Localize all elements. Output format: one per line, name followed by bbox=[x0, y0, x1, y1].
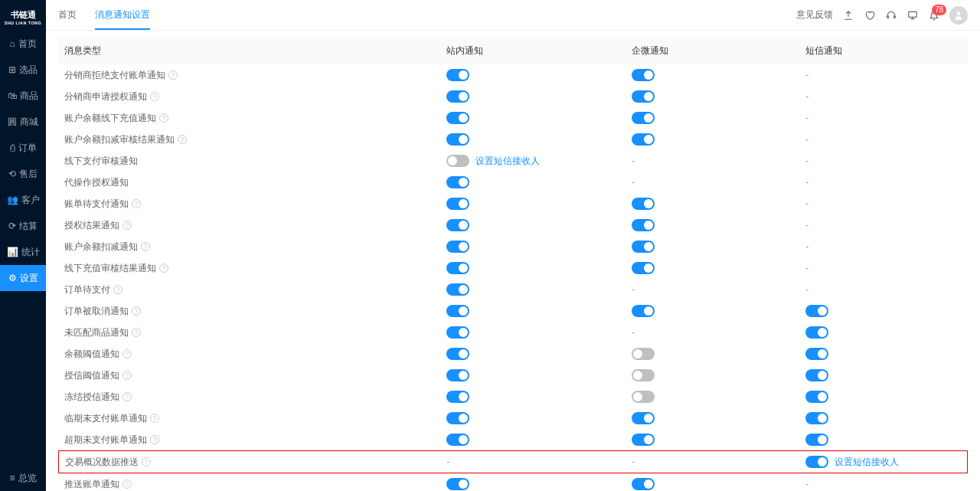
cell-type: 分销商申请授权通知? bbox=[58, 90, 446, 103]
sidebar-item-售后[interactable]: ⟲售后 bbox=[0, 161, 46, 187]
toggle-switch[interactable] bbox=[446, 412, 469, 424]
toggle-switch[interactable] bbox=[446, 369, 469, 381]
sidebar: 书链通 SHU LIAN TONG ⌂首页⊞选品🛍商品圓商城⎙订单⟲售后👥客户⟳… bbox=[0, 0, 46, 491]
toggle-switch[interactable] bbox=[632, 219, 655, 231]
sidebar-item-选品[interactable]: ⊞选品 bbox=[0, 57, 46, 83]
cell-empty: - bbox=[632, 327, 805, 338]
dash: - bbox=[805, 91, 808, 102]
toggle-switch[interactable] bbox=[632, 348, 655, 360]
cell-toggle bbox=[632, 90, 805, 103]
help-icon[interactable]: ? bbox=[178, 135, 187, 144]
toggle-switch[interactable] bbox=[446, 434, 469, 446]
help-icon[interactable]: ? bbox=[113, 285, 122, 294]
sidebar-item-设置[interactable]: ⚙设置 bbox=[0, 265, 46, 291]
help-icon[interactable]: ? bbox=[122, 371, 132, 380]
cell-type: 线下支付审核通知 bbox=[58, 155, 446, 168]
sidebar-item-商品[interactable]: 🛍商品 bbox=[0, 83, 46, 109]
cell-toggle bbox=[446, 112, 632, 124]
toggle-switch[interactable] bbox=[446, 69, 469, 81]
headset-icon[interactable] bbox=[885, 9, 897, 21]
toggle-switch[interactable] bbox=[805, 412, 828, 424]
toggle-switch[interactable] bbox=[805, 348, 828, 360]
help-icon[interactable]: ? bbox=[122, 392, 132, 401]
toggle-switch[interactable] bbox=[446, 133, 469, 146]
toggle-switch[interactable] bbox=[446, 198, 469, 210]
toggle-switch[interactable] bbox=[632, 434, 655, 446]
help-icon[interactable]: ? bbox=[122, 480, 132, 489]
toggle-switch[interactable] bbox=[446, 348, 469, 360]
toggle-switch[interactable] bbox=[446, 305, 469, 317]
avatar[interactable] bbox=[949, 6, 968, 25]
toggle-switch[interactable] bbox=[446, 283, 469, 296]
set-recipient-link[interactable]: 设置短信接收人 bbox=[475, 155, 540, 168]
toggle-switch[interactable] bbox=[805, 326, 828, 339]
toggle-switch[interactable] bbox=[805, 456, 828, 468]
sidebar-item-客户[interactable]: 👥客户 bbox=[0, 187, 46, 213]
cell-toggle bbox=[446, 305, 632, 317]
toggle-switch[interactable] bbox=[632, 262, 655, 274]
sidebar-item-订单[interactable]: ⎙订单 bbox=[0, 135, 46, 161]
toggle-switch[interactable] bbox=[446, 478, 469, 490]
toggle-switch[interactable] bbox=[805, 391, 828, 403]
toggle-switch[interactable] bbox=[632, 133, 655, 146]
cell-toggle bbox=[632, 219, 805, 231]
toggle-switch[interactable] bbox=[632, 305, 655, 317]
notification-name: 交易概况数据推送 bbox=[65, 456, 139, 469]
toggle-switch[interactable] bbox=[446, 90, 469, 103]
toggle-switch[interactable] bbox=[632, 478, 655, 490]
feedback-link[interactable]: 意见反馈 bbox=[796, 8, 833, 21]
help-icon[interactable]: ? bbox=[150, 414, 159, 423]
help-icon[interactable]: ? bbox=[132, 199, 141, 208]
toggle-switch[interactable] bbox=[446, 176, 469, 188]
toggle-switch[interactable] bbox=[446, 391, 469, 403]
toggle-switch[interactable] bbox=[805, 434, 828, 446]
help-icon[interactable]: ? bbox=[150, 92, 159, 101]
toggle-switch[interactable] bbox=[446, 241, 469, 253]
table-header: 消息类型 站内通知 企微通知 短信通知 bbox=[58, 37, 968, 64]
toggle-switch[interactable] bbox=[632, 241, 655, 253]
toggle-switch[interactable] bbox=[632, 90, 655, 103]
set-recipient-link[interactable]: 设置短信接收人 bbox=[835, 456, 899, 469]
help-icon[interactable]: ? bbox=[122, 221, 132, 230]
help-icon[interactable]: ? bbox=[132, 306, 141, 316]
heart-icon[interactable] bbox=[864, 9, 876, 21]
help-icon[interactable]: ? bbox=[142, 457, 151, 466]
toggle-switch[interactable] bbox=[632, 412, 655, 424]
help-icon[interactable]: ? bbox=[122, 349, 132, 358]
help-icon[interactable]: ? bbox=[150, 435, 159, 444]
table-row: 线下支付审核通知设置短信接收人-- bbox=[58, 150, 968, 172]
help-icon[interactable]: ? bbox=[168, 70, 178, 80]
toggle-switch[interactable] bbox=[632, 198, 655, 210]
cell-empty: - bbox=[632, 284, 805, 295]
toggle-switch[interactable] bbox=[632, 112, 655, 124]
toggle-switch[interactable] bbox=[446, 326, 469, 339]
toggle-switch[interactable] bbox=[632, 69, 655, 81]
toggle-switch[interactable] bbox=[446, 262, 469, 274]
toggle-switch[interactable] bbox=[446, 155, 469, 167]
table-row: 分销商拒绝支付账单通知?- bbox=[58, 64, 968, 86]
sidebar-item-首页[interactable]: ⌂首页 bbox=[0, 31, 46, 57]
sidebar-item-商城[interactable]: 圓商城 bbox=[0, 109, 46, 135]
cell-type: 交易概况数据推送? bbox=[59, 456, 446, 469]
help-icon[interactable]: ? bbox=[159, 113, 168, 123]
help-icon[interactable]: ? bbox=[141, 242, 150, 251]
toggle-switch[interactable] bbox=[446, 219, 469, 231]
tab-消息通知设置[interactable]: 消息通知设置 bbox=[95, 0, 150, 30]
sidebar-footer-overview[interactable]: ≡ 总览 bbox=[0, 465, 46, 491]
tab-首页[interactable]: 首页 bbox=[58, 0, 77, 30]
bell-icon[interactable]: 78 bbox=[928, 9, 940, 21]
help-icon[interactable]: ? bbox=[159, 264, 168, 273]
toggle-switch[interactable] bbox=[805, 369, 828, 381]
sidebar-item-统计[interactable]: 📊统计 bbox=[0, 239, 46, 265]
sidebar-item-结算[interactable]: ⟳结算 bbox=[0, 213, 46, 239]
help-icon[interactable]: ? bbox=[132, 328, 141, 337]
upload-icon[interactable] bbox=[842, 9, 854, 21]
toggle-switch[interactable] bbox=[632, 369, 655, 381]
nav-icon: ⎙ bbox=[10, 143, 15, 152]
cell-toggle bbox=[446, 69, 632, 81]
nav-icon: ⟳ bbox=[8, 221, 16, 231]
toggle-switch[interactable] bbox=[446, 112, 469, 124]
toggle-switch[interactable] bbox=[805, 305, 828, 317]
monitor-icon[interactable] bbox=[906, 9, 919, 21]
toggle-switch[interactable] bbox=[632, 391, 655, 403]
